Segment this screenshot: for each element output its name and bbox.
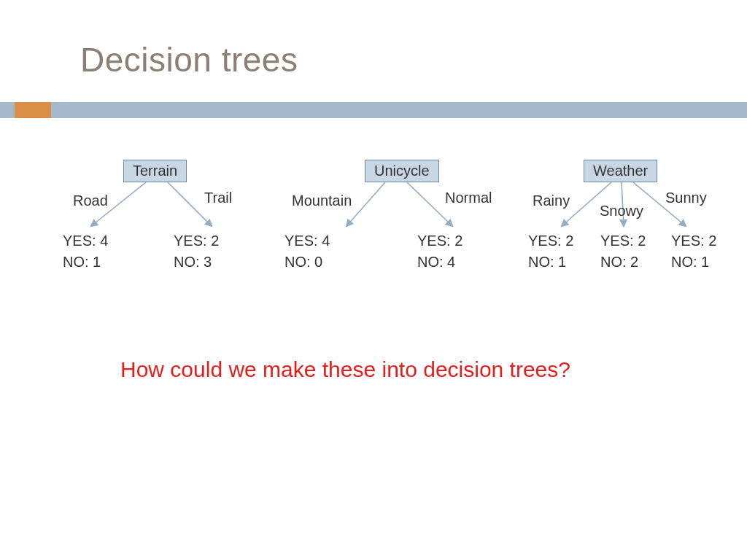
- leaf-no: NO: 4: [417, 252, 462, 273]
- svg-line-2: [347, 182, 385, 226]
- leaf-no: NO: 1: [528, 252, 573, 273]
- leaf-yes: YES: 2: [528, 230, 573, 252]
- question-text: How could we make these into decision tr…: [120, 357, 570, 382]
- leaf-terrain-road: YES: 4 NO: 1: [63, 230, 108, 273]
- leaf-no: NO: 3: [174, 252, 219, 273]
- leaf-terrain-trail: YES: 2 NO: 3: [174, 230, 219, 273]
- divider-bar: [0, 102, 747, 118]
- branch-unicycle-mountain: Mountain: [292, 192, 352, 209]
- leaf-no: NO: 1: [63, 252, 108, 273]
- branch-unicycle-normal: Normal: [445, 190, 492, 206]
- leaf-yes: YES: 2: [174, 230, 219, 252]
- leaf-unicycle-mountain: YES: 4 NO: 0: [285, 230, 330, 273]
- leaf-weather-rainy: YES: 2 NO: 1: [528, 230, 573, 273]
- branch-terrain-trail: Trail: [204, 190, 232, 206]
- leaf-no: NO: 1: [671, 252, 716, 273]
- leaf-no: NO: 2: [600, 252, 646, 273]
- slide-title: Decision trees: [80, 40, 298, 79]
- branch-terrain-road: Road: [73, 192, 108, 209]
- branch-weather-rainy: Rainy: [533, 192, 570, 209]
- node-terrain: Terrain: [123, 160, 187, 182]
- branch-weather-sunny: Sunny: [665, 190, 707, 206]
- leaf-yes: YES: 4: [63, 230, 108, 252]
- leaf-yes: YES: 2: [600, 230, 646, 252]
- leaf-yes: YES: 2: [671, 230, 716, 252]
- accent-bar: [15, 102, 51, 118]
- leaf-yes: YES: 4: [285, 230, 330, 252]
- node-unicycle: Unicycle: [365, 160, 439, 182]
- leaf-weather-sunny: YES: 2 NO: 1: [671, 230, 716, 273]
- branch-weather-snowy: Snowy: [600, 203, 643, 219]
- leaf-unicycle-normal: YES: 2 NO: 4: [417, 230, 462, 273]
- node-weather: Weather: [584, 160, 657, 182]
- leaf-yes: YES: 2: [417, 230, 462, 252]
- leaf-no: NO: 0: [285, 252, 330, 273]
- leaf-weather-snowy: YES: 2 NO: 2: [600, 230, 646, 273]
- slide: Decision trees Terrain Road Trail YES: 4…: [0, 0, 747, 560]
- arrows-svg: [0, 0, 747, 560]
